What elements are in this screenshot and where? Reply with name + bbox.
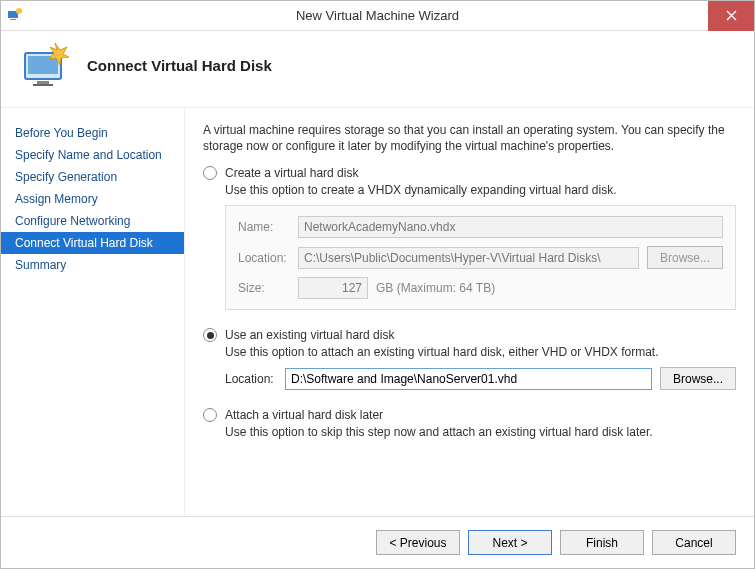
svg-rect-1	[10, 19, 16, 20]
wizard-content: A virtual machine requires storage so th…	[184, 108, 754, 538]
wizard-body: Before You Begin Specify Name and Locati…	[1, 108, 754, 538]
wizard-footer: < Previous Next > Finish Cancel	[1, 516, 754, 568]
radio-existing[interactable]	[203, 328, 217, 342]
create-size-label: Size:	[238, 281, 298, 295]
create-name-label: Name:	[238, 220, 298, 234]
next-button[interactable]: Next >	[468, 530, 552, 555]
create-size-unit: GB (Maximum: 64 TB)	[376, 281, 495, 295]
monitor-icon	[19, 41, 75, 89]
existing-location-input[interactable]	[285, 368, 652, 390]
radio-create-label: Create a virtual hard disk	[225, 166, 358, 180]
step-specify-generation[interactable]: Specify Generation	[1, 166, 184, 188]
radio-later-label: Attach a virtual hard disk later	[225, 408, 383, 422]
radio-existing-label: Use an existing virtual hard disk	[225, 328, 394, 342]
cancel-button[interactable]: Cancel	[652, 530, 736, 555]
step-before-you-begin[interactable]: Before You Begin	[1, 122, 184, 144]
svg-rect-6	[33, 84, 53, 86]
step-specify-name[interactable]: Specify Name and Location	[1, 144, 184, 166]
step-configure-networking[interactable]: Configure Networking	[1, 210, 184, 232]
app-icon	[7, 8, 23, 24]
svg-point-2	[16, 8, 22, 14]
existing-browse-button[interactable]: Browse...	[660, 367, 736, 390]
finish-button[interactable]: Finish	[560, 530, 644, 555]
option-existing: Use an existing virtual hard disk Use th…	[203, 328, 736, 390]
option-create-desc: Use this option to create a VHDX dynamic…	[225, 183, 736, 197]
title-bar: New Virtual Machine Wizard	[1, 1, 754, 31]
create-fieldbox: Name: Location: Browse... Size: GB (Maxi…	[225, 205, 736, 310]
previous-button[interactable]: < Previous	[376, 530, 460, 555]
existing-location-label: Location:	[225, 372, 285, 386]
close-button[interactable]	[708, 1, 754, 31]
wizard-header: Connect Virtual Hard Disk	[1, 31, 754, 108]
option-existing-desc: Use this option to attach an existing vi…	[225, 345, 736, 359]
create-size-input	[298, 277, 368, 299]
intro-text: A virtual machine requires storage so th…	[203, 122, 736, 154]
step-summary[interactable]: Summary	[1, 254, 184, 276]
create-name-input	[298, 216, 723, 238]
radio-later[interactable]	[203, 408, 217, 422]
wizard-sidebar: Before You Begin Specify Name and Locati…	[1, 108, 184, 538]
option-later: Attach a virtual hard disk later Use thi…	[203, 408, 736, 447]
create-location-label: Location:	[238, 251, 298, 265]
existing-fieldrow: Location: Browse...	[225, 367, 736, 390]
page-title: Connect Virtual Hard Disk	[87, 57, 272, 74]
create-location-input	[298, 247, 639, 269]
step-connect-vhd[interactable]: Connect Virtual Hard Disk	[1, 232, 184, 254]
radio-create[interactable]	[203, 166, 217, 180]
window-title: New Virtual Machine Wizard	[296, 8, 459, 23]
svg-rect-5	[37, 81, 49, 84]
close-icon	[726, 10, 737, 21]
option-later-desc: Use this option to skip this step now an…	[225, 425, 736, 439]
step-assign-memory[interactable]: Assign Memory	[1, 188, 184, 210]
option-create: Create a virtual hard disk Use this opti…	[203, 166, 736, 310]
create-browse-button: Browse...	[647, 246, 723, 269]
